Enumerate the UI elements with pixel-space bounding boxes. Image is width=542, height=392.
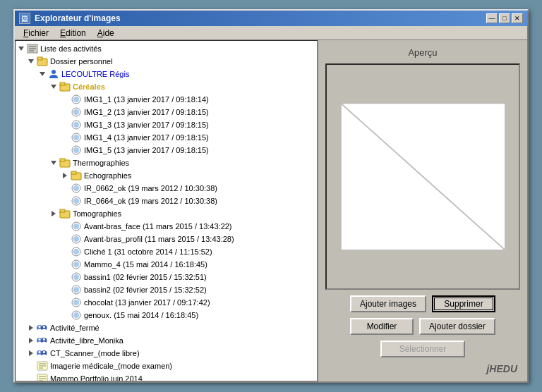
activity-icon — [37, 348, 48, 359]
tree-item-thermo[interactable]: Thermographies — [16, 157, 317, 169]
pencil-icon — [37, 373, 48, 381]
tree-item-mammo-port[interactable]: Mammo Portfolio juin 2014 — [16, 372, 317, 381]
activity-icon — [37, 335, 48, 346]
tree-item-img5[interactable]: IMG1_5 (13 janvier 2017 / 09:18:15) — [16, 144, 317, 157]
svg-point-12 — [73, 109, 79, 115]
delete-button[interactable]: Supprimer — [432, 295, 495, 312]
svg-point-56 — [43, 351, 45, 353]
select-button[interactable]: Sélectionner — [380, 341, 465, 357]
folder-icon — [71, 170, 82, 181]
expand-icon — [49, 159, 58, 167]
item-label: IMG1_4 (13 janvier 2017 / 09:18:15) — [84, 133, 209, 142]
image-icon — [71, 106, 82, 118]
tree-panel[interactable]: Liste des activités Dossier personnel — [15, 40, 318, 381]
svg-point-18 — [73, 147, 79, 153]
folder-icon — [59, 208, 71, 219]
modify-button[interactable]: Modifier — [350, 318, 414, 335]
tree-item-echo[interactable]: Echographies — [16, 169, 317, 182]
item-label: Liste des activités — [40, 44, 102, 53]
svg-point-34 — [73, 249, 79, 255]
person-icon — [48, 68, 59, 80]
image-icon — [71, 233, 82, 245]
add-folder-button[interactable]: Ajouter dossier — [419, 318, 495, 335]
restore-button[interactable]: □ — [499, 13, 510, 23]
image-icon — [71, 284, 82, 295]
svg-point-10 — [73, 97, 79, 102]
close-button[interactable]: ✕ — [512, 13, 523, 23]
image-icon — [71, 119, 82, 130]
tree-item-lecoultre[interactable]: LECOULTRE Régis — [16, 68, 317, 80]
tree-item-img1[interactable]: IMG1_1 (13 janvier 2017 / 09:18:14) — [16, 93, 317, 106]
tree-item-bassin1[interactable]: bassin1 (02 février 2015 / 15:32:51) — [16, 271, 317, 283]
item-label: Mammo Portfolio juin 2014 — [50, 374, 143, 381]
image-icon — [71, 271, 82, 283]
button-row-2: Modifier Ajouter dossier — [325, 318, 520, 335]
add-images-button[interactable]: Ajouter images — [350, 295, 426, 312]
expand-icon — [27, 349, 35, 357]
window-title: Explorateur d'images — [35, 13, 482, 23]
list-icon — [27, 43, 38, 54]
tree-item-act-ferme[interactable]: Activité_fermé — [16, 321, 317, 334]
minimize-button[interactable]: — — [486, 13, 498, 23]
tree-item-choco[interactable]: chocolat (13 janvier 2017 / 09:17:42) — [16, 296, 317, 309]
tree-item-liste[interactable]: Liste des activités — [16, 42, 317, 55]
tree-item-mammo4[interactable]: Mammo_4 (15 mai 2014 / 16:18:45) — [16, 258, 317, 271]
image-icon — [71, 310, 82, 321]
item-label: genoux. (15 mai 2014 / 16:18:45) — [84, 311, 198, 319]
tree-item-genoux[interactable]: genoux. (15 mai 2014 / 16:18:45) — [16, 309, 317, 321]
item-label: Cliché 1 (31 octobre 2014 / 11:15:52) — [84, 247, 212, 256]
tree-item-cliche[interactable]: Cliché 1 (31 octobre 2014 / 11:15:52) — [16, 245, 317, 258]
svg-point-44 — [73, 312, 79, 318]
svg-point-46 — [38, 326, 40, 328]
tree-item-img4[interactable]: IMG1_4 (13 janvier 2017 / 09:18:15) — [16, 131, 317, 144]
expand-icon — [27, 336, 35, 345]
svg-point-54 — [38, 351, 40, 353]
title-bar: 🖼 Explorateur d'images — □ ✕ — [15, 11, 527, 26]
tree-item-cereales[interactable]: Céréales — [16, 80, 317, 93]
menu-aide[interactable]: Aide — [92, 27, 120, 39]
image-icon — [71, 132, 82, 143]
tree-item-img3[interactable]: IMG1_3 (13 janvier 2017 / 09:18:15) — [16, 118, 317, 131]
item-label: Céréales — [73, 82, 105, 91]
svg-point-32 — [73, 236, 79, 242]
tree-item-dossier[interactable]: Dossier personnel — [16, 55, 317, 68]
item-label: Imagerie médicale_(mode examen) — [50, 362, 172, 370]
svg-rect-20 — [60, 159, 65, 161]
tree-item-act-libre[interactable]: Activité_libre_Monika — [16, 334, 317, 347]
button-row-3: Sélectionner — [325, 341, 520, 357]
image-icon — [71, 259, 82, 270]
item-label: IMG1_1 (13 janvier 2017 / 09:18:14) — [84, 95, 209, 104]
svg-rect-5 — [37, 57, 42, 60]
expand-icon — [49, 82, 58, 91]
preview-image — [337, 76, 510, 277]
item-label: Tomographies — [73, 209, 121, 218]
svg-rect-8 — [60, 82, 65, 85]
svg-point-14 — [73, 122, 79, 128]
svg-point-48 — [43, 326, 45, 328]
tree-item-tomo[interactable]: Tomographies — [16, 207, 317, 220]
folder-icon — [59, 157, 71, 169]
tree-item-ct-scanner[interactable]: CT_Scanner_(mode libre) — [16, 347, 317, 360]
expand-icon — [27, 57, 35, 66]
tree-item-imagerie[interactable]: Imagerie médicale_(mode examen) — [16, 360, 317, 372]
tree-item-img2[interactable]: IMG1_2 (13 janvier 2017 / 09:18:15) — [16, 106, 317, 118]
item-label: Echographies — [84, 171, 131, 180]
svg-point-50 — [38, 338, 40, 341]
image-icon — [71, 297, 82, 308]
tree-item-bassin2[interactable]: bassin2 (02 février 2015 / 15:32:52) — [16, 283, 317, 296]
item-label: IMG1_3 (13 janvier 2017 / 09:18:15) — [84, 121, 209, 129]
svg-point-6 — [52, 70, 56, 74]
window-controls: — □ ✕ — [486, 13, 523, 23]
expand-icon — [61, 171, 69, 180]
tree-item-ir2[interactable]: IR_0664_ok (19 mars 2012 / 10:30:38) — [16, 195, 317, 207]
tree-item-ir1[interactable]: IR_0662_ok (19 mars 2012 / 10:30:38) — [16, 182, 317, 195]
menu-fichier[interactable]: Fichier — [18, 27, 54, 39]
tree-item-avant2[interactable]: Avant-bras_profil (11 mars 2015 / 13:43:… — [16, 233, 317, 245]
expand-icon — [49, 209, 58, 218]
expand-icon — [38, 70, 47, 78]
preview-box — [325, 63, 520, 290]
item-label: CT_Scanner_(mode libre) — [50, 349, 140, 357]
menu-edition[interactable]: Edition — [54, 27, 92, 39]
item-label: Avant-bras_face (11 mars 2015 / 13:43:22… — [84, 222, 232, 231]
tree-item-avant1[interactable]: Avant-bras_face (11 mars 2015 / 13:43:22… — [16, 220, 317, 233]
